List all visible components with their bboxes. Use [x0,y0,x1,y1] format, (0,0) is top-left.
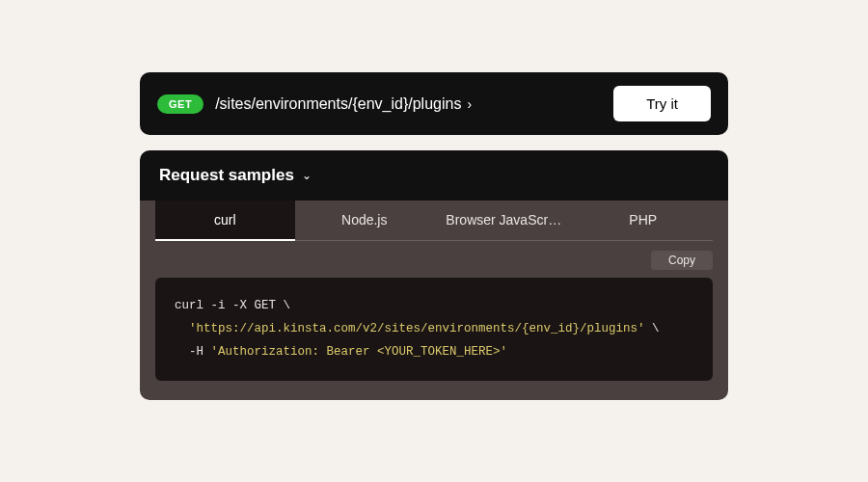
tab-php[interactable]: PHP [574,201,714,240]
chevron-down-icon: ⌄ [302,169,312,182]
request-samples-header[interactable]: Request samples ⌄ [140,150,728,201]
code-line-2-url: 'https://api.kinsta.com/v2/sites/environ… [189,322,645,335]
language-tabs: curl Node.js Browser JavaScr… PHP [155,201,713,241]
http-method-badge: GET [157,94,203,114]
copy-button[interactable]: Copy [651,251,713,270]
tab-browser-js[interactable]: Browser JavaScr… [434,201,574,240]
tab-curl[interactable]: curl [155,201,295,241]
code-line-2-trail: \ [645,322,660,335]
try-it-button[interactable]: Try it [613,86,711,121]
copy-row: Copy [155,241,713,278]
tab-nodejs[interactable]: Node.js [295,201,435,240]
code-line-3-flag: -H [189,345,211,359]
code-line-1: curl -i -X GET \ [175,299,290,312]
request-samples-panel: Request samples ⌄ curl Node.js Browser J… [140,150,728,400]
code-line-3-header: 'Authorization: Bearer <YOUR_TOKEN_HERE>… [211,345,508,359]
endpoint-bar: GET /sites/environments/{env_id}/plugins… [140,72,728,135]
code-sample: curl -i -X GET \ 'https://api.kinsta.com… [155,278,713,381]
request-samples-title: Request samples [159,166,294,185]
endpoint-path-text: /sites/environments/{env_id}/plugins [215,95,461,113]
endpoint-path[interactable]: /sites/environments/{env_id}/plugins › [215,95,602,113]
chevron-right-icon: › [467,96,472,112]
request-samples-body: curl Node.js Browser JavaScr… PHP Copy c… [140,201,728,400]
